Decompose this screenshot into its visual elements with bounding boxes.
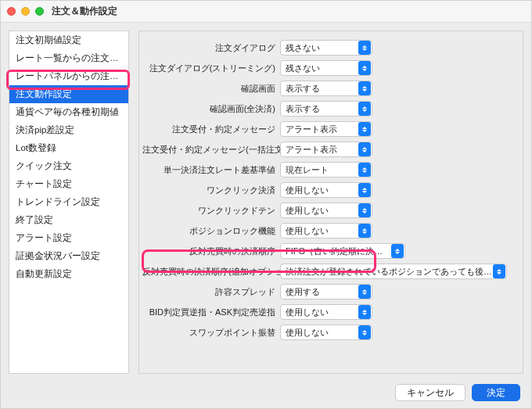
sidebar-item-7[interactable]: クイック注文 (9, 157, 128, 175)
chevron-updown-icon (391, 244, 404, 258)
sidebar: 注文初期値設定レート一覧からの注文方法レートパネルからの注文方法注文動作設定通貨… (9, 30, 129, 374)
cancel-button[interactable]: キャンセル (395, 384, 466, 401)
select-value: アラート表示 (286, 144, 337, 156)
setting-label: 注文受付・約定メッセージ(一括注文) (142, 144, 280, 156)
setting-select[interactable]: 使用しない (280, 325, 372, 340)
setting-row-13: BID判定買逆指・ASK判定売逆指使用しない (142, 303, 515, 321)
sidebar-item-11[interactable]: アラート設定 (9, 229, 128, 247)
select-value: 使用しない (286, 327, 329, 339)
setting-row-8: ワンクリックドテン使用しない (142, 202, 515, 219)
select-value: 決済注文が登録されているポジションであっても後回ししない (286, 266, 492, 278)
select-value: 使用しない (286, 307, 329, 318)
setting-select[interactable]: アラート表示 (280, 142, 372, 157)
chevron-updown-icon (358, 224, 371, 238)
sidebar-item-6[interactable]: Lot数登録 (9, 139, 128, 157)
setting-row-14: スワップポイント振替使用しない (142, 324, 515, 341)
chevron-updown-icon (358, 163, 371, 177)
zoom-icon[interactable] (35, 7, 44, 16)
select-value: 使用しない (286, 225, 329, 237)
window-title: 注文＆動作設定 (52, 5, 117, 18)
chevron-updown-icon (358, 122, 371, 136)
chevron-updown-icon (358, 81, 371, 95)
chevron-updown-icon (358, 325, 371, 339)
setting-label: 注文ダイアログ(ストリーミング) (142, 63, 280, 74)
setting-select[interactable]: 表示する (280, 101, 372, 117)
minimize-icon[interactable] (21, 7, 30, 16)
setting-label: ポジションロック機能 (142, 225, 280, 237)
setting-row-9: ポジションロック機能使用しない (142, 222, 515, 239)
setting-select[interactable]: 表示する (280, 81, 372, 96)
setting-select[interactable]: 使用しない (280, 203, 372, 218)
select-value: 現在レート (286, 164, 329, 176)
setting-row-7: ワンクリック決済使用しない (142, 181, 515, 199)
chevron-updown-icon (493, 264, 505, 278)
close-icon[interactable] (7, 7, 16, 16)
sidebar-item-9[interactable]: トレンドライン設定 (9, 193, 128, 211)
select-value: アラート表示 (286, 124, 337, 135)
chevron-updown-icon (358, 305, 371, 319)
setting-select[interactable]: 使用しない (280, 304, 372, 320)
ok-button[interactable]: 決定 (472, 384, 520, 401)
setting-label: 単一決済注文レート差基準値 (142, 164, 280, 176)
sidebar-item-4[interactable]: 通貨ペア毎の各種初期値 (9, 103, 128, 121)
setting-row-10: 反対売買時の決済順序FIFO（古い約定順に決済） (142, 242, 515, 260)
setting-row-0: 注文ダイアログ残さない (142, 39, 515, 56)
sidebar-item-5[interactable]: 決済pip差設定 (9, 121, 128, 139)
footer: キャンセル 決定 (1, 377, 531, 408)
setting-label: 注文ダイアログ (142, 42, 280, 54)
sidebar-item-12[interactable]: 証拠金状況バー設定 (9, 247, 128, 265)
setting-select[interactable]: 使用しない (280, 223, 372, 239)
chevron-updown-icon (358, 183, 371, 197)
chevron-updown-icon (358, 142, 371, 156)
chevron-updown-icon (358, 41, 371, 55)
setting-label: 反対売買時の決済順序(追加オプション) (142, 266, 280, 278)
setting-select[interactable]: 決済注文が登録されているポジションであっても後回ししない (280, 264, 507, 279)
select-value: FIFO（古い約定順に決済） (286, 246, 390, 257)
setting-select[interactable]: 残さない (280, 40, 372, 56)
sidebar-item-10[interactable]: 終了設定 (9, 211, 128, 229)
sidebar-item-3[interactable]: 注文動作設定 (9, 85, 128, 103)
setting-select[interactable]: 使用する (280, 284, 372, 300)
setting-label: ワンクリックドテン (142, 205, 280, 217)
traffic-lights (7, 7, 44, 16)
setting-label: 注文受付・約定メッセージ (142, 124, 280, 135)
setting-row-11: 反対売買時の決済順序(追加オプション)決済注文が登録されているポジションであって… (142, 263, 515, 280)
chevron-updown-icon (358, 102, 371, 116)
select-value: 使用する (286, 286, 320, 298)
sidebar-item-13[interactable]: 自動更新設定 (9, 265, 128, 283)
sidebar-item-8[interactable]: チャート設定 (9, 175, 128, 193)
sidebar-item-1[interactable]: レート一覧からの注文方法 (9, 49, 128, 67)
setting-row-1: 注文ダイアログ(ストリーミング)残さない (142, 59, 515, 77)
setting-row-12: 許容スプレッド使用する (142, 283, 515, 300)
chevron-updown-icon (358, 203, 371, 217)
select-value: 表示する (286, 83, 320, 95)
select-value: 残さない (286, 63, 320, 74)
select-value: 表示する (286, 103, 320, 115)
setting-row-2: 確認画面表示する (142, 80, 515, 97)
setting-label: 反対売買時の決済順序 (142, 246, 280, 257)
body: 注文初期値設定レート一覧からの注文方法レートパネルからの注文方法注文動作設定通貨… (1, 23, 531, 377)
setting-label: ワンクリック決済 (142, 185, 280, 196)
sidebar-item-2[interactable]: レートパネルからの注文方法 (9, 67, 128, 85)
sidebar-item-0[interactable]: 注文初期値設定 (9, 31, 128, 49)
titlebar: 注文＆動作設定 (1, 1, 531, 23)
setting-row-6: 単一決済注文レート差基準値現在レート (142, 161, 515, 178)
settings-window: 注文＆動作設定 注文初期値設定レート一覧からの注文方法レートパネルからの注文方法… (0, 0, 532, 409)
setting-label: スワップポイント振替 (142, 327, 280, 339)
setting-select[interactable]: FIFO（古い約定順に決済） (280, 243, 405, 259)
setting-select[interactable]: 残さない (280, 60, 372, 76)
setting-label: 許容スプレッド (142, 286, 280, 298)
setting-label: 確認画面(全決済) (142, 103, 280, 115)
setting-select[interactable]: 現在レート (280, 162, 372, 178)
setting-select[interactable]: 使用しない (280, 182, 372, 198)
select-value: 使用しない (286, 185, 329, 196)
select-value: 残さない (286, 42, 320, 54)
setting-label: 確認画面 (142, 83, 280, 95)
setting-select[interactable]: アラート表示 (280, 121, 372, 137)
setting-row-5: 注文受付・約定メッセージ(一括注文)アラート表示 (142, 141, 515, 158)
chevron-updown-icon (358, 61, 371, 75)
setting-label: BID判定買逆指・ASK判定売逆指 (142, 307, 280, 318)
setting-row-4: 注文受付・約定メッセージアラート表示 (142, 120, 515, 138)
setting-row-3: 確認画面(全決済)表示する (142, 100, 515, 117)
content-panel: 注文ダイアログ残さない注文ダイアログ(ストリーミング)残さない確認画面表示する確… (138, 30, 523, 374)
